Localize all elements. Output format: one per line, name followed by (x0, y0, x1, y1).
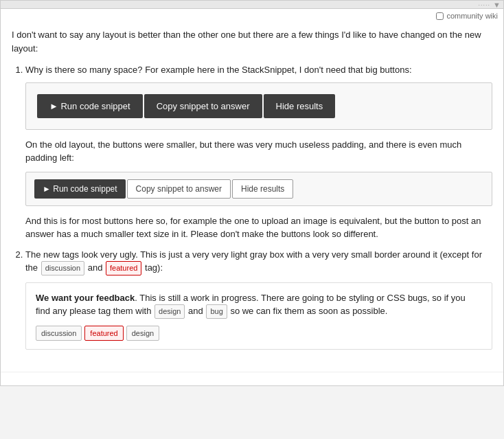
page-wrapper: ····· ▼ community wiki I don't want to s… (0, 0, 504, 386)
hide-results-button-2[interactable]: Hide results (232, 179, 293, 199)
list-item-2-end: tag): (145, 262, 163, 273)
list-item-2: The new tags look very ugly. This is jus… (25, 248, 492, 350)
list-item-1-text: Why is there so many space? For example … (25, 63, 492, 77)
community-wiki-checkbox[interactable] (436, 12, 444, 20)
hide-results-button-1[interactable]: Hide results (264, 94, 336, 118)
community-wiki-label: community wiki (446, 12, 498, 20)
copy-snippet-button-1[interactable]: Copy snippet to answer (144, 94, 262, 118)
feedback-design-tag: design (154, 304, 185, 319)
and-text: And this is for most buttons here so, fo… (25, 214, 492, 241)
copy-snippet-button-2[interactable]: Copy snippet to answer (127, 179, 231, 199)
snippet-box-2: ► Run code snippet Copy snippet to answe… (25, 172, 492, 206)
main-content: I don't want to say any layout is better… (1, 23, 503, 366)
feedback-end: so we can fix them as soon as possible. (230, 306, 387, 316)
between-text: On the old layout, the buttons were smal… (25, 138, 492, 165)
snippet-buttons-2: ► Run code snippet Copy snippet to answe… (34, 179, 483, 199)
snippet-box-1: ► Run code snippet Copy snippet to answe… (25, 82, 492, 130)
feedback-tags-row: discussion featured design (36, 326, 482, 341)
feedback-bold: We want your feedback (36, 293, 135, 303)
feedback-bug-tag: bug (206, 304, 227, 319)
bottom-border (1, 372, 503, 385)
list-item-2-text: The new tags look very ugly. This is jus… (25, 248, 492, 275)
feedback-tag-discussion: discussion (36, 326, 82, 341)
feedback-tag-design: design (126, 326, 159, 341)
scroll-arrow[interactable]: ▼ (493, 1, 501, 9)
feedback-tag-featured: featured (84, 326, 123, 341)
featured-tag-inline: featured (106, 261, 141, 275)
list-item-1: Why is there so many space? For example … (25, 63, 492, 241)
snippet-buttons-1: ► Run code snippet Copy snippet to answe… (37, 94, 481, 118)
community-wiki-bar: community wiki (1, 9, 503, 23)
main-list: Why is there so many space? For example … (12, 63, 492, 350)
feedback-box: We want your feedback. This is still a w… (25, 282, 492, 350)
scroll-indicator: ····· (479, 1, 491, 8)
list-item-2-and: and (88, 262, 103, 273)
top-bar: ····· ▼ (1, 1, 503, 9)
run-code-button-2[interactable]: ► Run code snippet (34, 179, 126, 199)
discussion-tag-inline: discussion (41, 261, 84, 275)
feedback-and: and (188, 306, 203, 316)
intro-text: I don't want to say any layout is better… (12, 28, 492, 55)
run-code-button-1[interactable]: ► Run code snippet (37, 94, 143, 118)
